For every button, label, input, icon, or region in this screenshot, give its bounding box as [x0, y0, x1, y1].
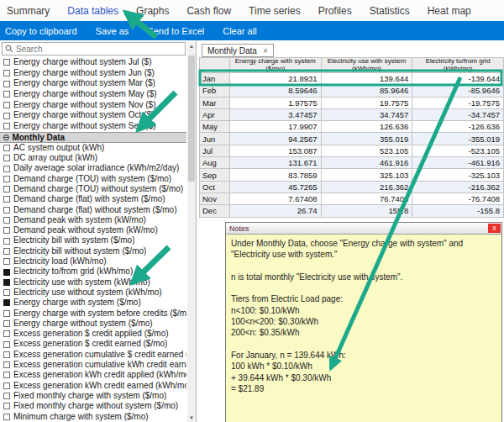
checkbox[interactable] — [3, 176, 10, 182]
variable-item[interactable]: Energy charge without system Nov ($) — [0, 100, 186, 111]
checkbox[interactable] — [3, 207, 10, 214]
variable-item[interactable]: Excess generation $ credit earned ($/mo) — [0, 339, 186, 349]
checkbox[interactable] — [3, 299, 10, 306]
checkbox[interactable] — [3, 59, 10, 66]
variable-item[interactable]: Electricity bill without system ($/mo) — [0, 246, 186, 256]
variable-item[interactable]: Electricity use with system (kWh/mo) — [0, 277, 186, 287]
notes-window[interactable]: Notes x Under Monthly Data, choose "Ener… — [225, 222, 502, 422]
checkbox[interactable] — [3, 320, 10, 327]
table-row: Jan21.8931139.644-139.644 — [200, 73, 504, 85]
checkbox[interactable] — [3, 217, 10, 224]
checkbox[interactable] — [3, 166, 10, 172]
section-header-monthly-data[interactable]: ⊖Monthly Data — [0, 132, 186, 143]
variable-item[interactable]: Energy charge without system Oct ($) — [0, 110, 186, 121]
variable-item[interactable]: Demand charge (TOU) with system ($/mo) — [0, 174, 186, 184]
variable-item[interactable]: Energy charge with system ($/mo) — [0, 298, 186, 308]
variable-item[interactable]: AC system output (kWh) — [0, 143, 186, 153]
checkbox[interactable] — [3, 341, 10, 348]
variable-item[interactable]: Minimum charge with system ($/mo) — [0, 412, 186, 422]
checkbox[interactable] — [3, 186, 10, 193]
top-tabs: SummaryData tablesGraphsCash flowTime se… — [0, 0, 504, 21]
close-tab-icon[interactable]: × — [263, 46, 268, 55]
checkbox[interactable] — [3, 258, 10, 265]
checkbox[interactable] — [3, 351, 10, 358]
variable-item[interactable]: DC array output (kWh) — [0, 153, 186, 163]
scrollbar[interactable]: ▲ ▼ — [187, 42, 196, 422]
variable-item[interactable]: Electricity use without system (kWh/mo) — [0, 287, 186, 298]
variable-item[interactable]: Demand peak without system (kW/mo) — [0, 225, 186, 235]
copy-to-clipboard-button[interactable]: Copy to clipboard — [5, 26, 77, 36]
document-tab-monthly-data[interactable]: Monthly Data × — [202, 44, 274, 57]
variable-item[interactable]: Excess generation kWh credit earned (kWh… — [0, 381, 186, 391]
table-cell: -355.019 — [412, 133, 504, 145]
tab-heat-map[interactable]: Heat map — [428, 5, 471, 17]
checkbox[interactable] — [3, 196, 10, 203]
checkbox[interactable] — [3, 289, 10, 296]
checkbox[interactable] — [3, 361, 10, 368]
checkbox[interactable] — [3, 238, 10, 245]
variable-item[interactable]: Excess generation $ credit applied ($/mo… — [0, 329, 186, 339]
checkbox[interactable] — [3, 155, 10, 161]
table-row: Dec26.74155.8-155.8 — [200, 205, 504, 217]
checkbox[interactable] — [3, 227, 10, 234]
send-to-excel-button[interactable]: Send to Excel — [147, 26, 204, 36]
variable-item[interactable]: Demand peak with system (kW/mo) — [0, 215, 186, 225]
scroll-up-icon[interactable]: ▲ — [187, 42, 196, 50]
checkbox[interactable] — [3, 248, 10, 255]
notes-titlebar[interactable]: Notes x — [226, 223, 501, 235]
checkbox[interactable] — [3, 145, 10, 151]
tab-data-tables[interactable]: Data tables — [67, 5, 118, 17]
checkbox[interactable] — [3, 382, 10, 389]
tab-graphs[interactable]: Graphs — [136, 5, 169, 17]
collapse-icon[interactable]: ⊖ — [3, 132, 9, 143]
variable-item[interactable]: Electricity to/from grid (kWh/mo) — [0, 266, 186, 277]
checkbox[interactable] — [3, 102, 10, 108]
variable-item[interactable]: Electricity bill with system ($/mo) — [0, 235, 186, 245]
tab-time-series[interactable]: Time series — [249, 5, 301, 17]
variable-item[interactable]: Electricity load (kWh/mo) — [0, 256, 186, 266]
variable-item[interactable]: Energy charge with system before credits… — [0, 309, 186, 319]
tab-summary[interactable]: Summary — [7, 5, 50, 17]
variable-item[interactable]: Fixed monthly charge with system ($/mo) — [0, 391, 186, 401]
checkbox[interactable] — [3, 403, 10, 409]
checkbox[interactable] — [3, 113, 10, 119]
search-input[interactable] — [16, 45, 159, 54]
checkbox[interactable] — [3, 310, 10, 317]
checkbox[interactable] — [3, 269, 10, 276]
variable-label: Electricity use without system (kWh/mo) — [13, 287, 162, 298]
variable-item[interactable]: Demand charge (TOU) without system ($/mo… — [0, 184, 186, 194]
scrollbar-thumb[interactable] — [188, 55, 195, 182]
section-label: Monthly Data — [12, 132, 65, 143]
variable-item[interactable]: Energy charge without system ($/mo) — [0, 319, 186, 329]
table-cell: 523.105 — [321, 145, 412, 156]
variable-item[interactable]: Energy charge without system Mar ($) — [0, 78, 186, 89]
search-box[interactable] — [2, 42, 186, 55]
tab-profiles[interactable]: Profiles — [318, 5, 352, 17]
variable-item[interactable]: Energy charge without system Jul ($) — [0, 57, 186, 68]
variable-item[interactable]: Demand charge (flat) without system ($/m… — [0, 205, 186, 215]
checkbox[interactable] — [3, 70, 10, 76]
checkbox[interactable] — [3, 81, 10, 87]
variable-item[interactable]: Fixed monthly charge without system ($/m… — [0, 401, 186, 411]
variable-item[interactable]: Daily average solar irradiance (kWh/m2/d… — [0, 163, 186, 173]
save-as-button[interactable]: Save as — [96, 26, 129, 36]
checkbox[interactable] — [3, 372, 10, 378]
variable-item[interactable]: Energy charge without system Sep ($) — [0, 121, 186, 132]
checkbox[interactable] — [3, 330, 10, 337]
variable-item[interactable]: Excess generation kWh credit applied (kW… — [0, 370, 186, 380]
tab-cash-flow[interactable]: Cash flow — [186, 5, 231, 17]
variable-item[interactable]: Excess generation cumulative kWh credit … — [0, 360, 186, 370]
checkbox[interactable] — [3, 279, 10, 286]
variable-item[interactable]: Excess generation cumulative $ credit ea… — [0, 350, 186, 360]
variable-item[interactable]: Demand charge (flat) with system ($/mo) — [0, 194, 186, 204]
tab-statistics[interactable]: Statistics — [370, 5, 410, 17]
variable-item[interactable]: Energy charge without system May ($) — [0, 89, 186, 100]
checkbox[interactable] — [3, 393, 10, 399]
checkbox[interactable] — [3, 414, 10, 420]
clear-all-button[interactable]: Clear all — [223, 26, 256, 36]
scroll-down-icon[interactable]: ▼ — [187, 414, 196, 422]
variable-item[interactable]: Energy charge without system Jun ($) — [0, 68, 186, 79]
checkbox[interactable] — [3, 123, 10, 129]
notes-close-button[interactable]: x — [488, 224, 501, 233]
checkbox[interactable] — [3, 91, 10, 98]
